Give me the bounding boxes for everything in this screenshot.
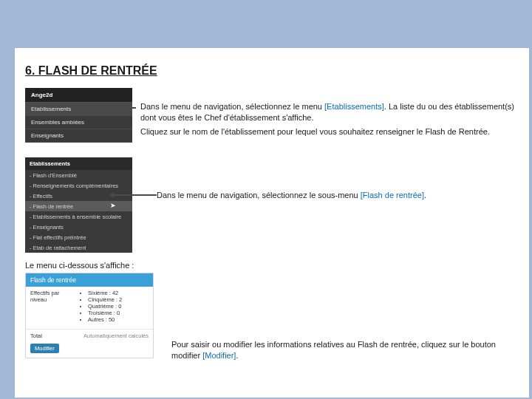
panel-bullets: Sixième : 42 Cinquième : 2 Quatrième : 0… bbox=[81, 290, 122, 323]
panel-footer: Total Automatiquement calculés bbox=[26, 329, 153, 342]
row-nav1: Ange2d Etablissements Ensembles ambiées … bbox=[25, 88, 514, 143]
nav-screenshot-1: Ange2d Etablissements Ensembles ambiées … bbox=[25, 88, 132, 143]
paragraph-4: Pour saisir ou modifier les informations… bbox=[171, 339, 514, 361]
bullet: Quatrième : 0 bbox=[88, 303, 122, 310]
panel-footer-actions: Modifier bbox=[26, 342, 153, 358]
arrow-icon bbox=[114, 194, 157, 196]
nav-sub-item: - Flat effectifs préintrée bbox=[25, 232, 132, 242]
panel-total-note: Automatiquement calculés bbox=[83, 332, 149, 339]
bullet: Autres : 50 bbox=[88, 316, 122, 323]
nav-item-ensembles: Ensembles ambiées bbox=[25, 116, 132, 129]
nav-sub-item-flash: - Flash de rentrée➤ bbox=[25, 201, 132, 211]
text: Dans le menu de navigation, sélectionnez… bbox=[157, 191, 361, 200]
cursor-icon: ➤ bbox=[110, 202, 116, 209]
panel-col-label: Effectifs par niveau bbox=[30, 290, 73, 323]
link-etablissements: [Etablissements] bbox=[324, 102, 384, 111]
link-modifier: [Modifier] bbox=[202, 351, 236, 360]
panel-header: Flash de rentrée bbox=[26, 273, 153, 287]
paragraph-3: Dans le menu de navigation, sélectionnez… bbox=[157, 190, 514, 201]
nav-sub-item: - Renseignements complémentaires bbox=[25, 180, 132, 191]
bullet: Troisième : 0 bbox=[88, 310, 122, 316]
paragraph-1: Dans le menu de navigation, sélectionnez… bbox=[140, 101, 514, 123]
text: Dans le menu de navigation, sélectionnez… bbox=[140, 102, 324, 111]
nav-sub-item: - Enseignants bbox=[25, 222, 132, 232]
panel-total-label: Total bbox=[30, 332, 42, 339]
text: Cliquez sur le nom de l'établissement po… bbox=[140, 127, 490, 136]
nav-brand: Ange2d bbox=[25, 88, 132, 103]
nav-sub-item: - Etab de rattachement bbox=[25, 242, 132, 253]
panel-body: Effectifs par niveau Sixième : 42 Cinqui… bbox=[26, 287, 153, 329]
nav-sub-item: - Etablissements à ensemble scolaire bbox=[25, 211, 132, 222]
arrow-icon bbox=[78, 107, 136, 109]
row-nav2: Etablissements - Flash d'Ensemblé - Rens… bbox=[25, 157, 514, 253]
nav-item-enseignants: Enseignants bbox=[25, 129, 132, 143]
text: . bbox=[236, 351, 238, 360]
modifier-button[interactable]: Modifier bbox=[30, 344, 59, 353]
text: . bbox=[424, 191, 426, 200]
bullet: Cinquième : 2 bbox=[88, 296, 122, 303]
nav-sub-item: - Flash d'Ensemblé bbox=[25, 170, 132, 180]
section-title: 6. FLASH DE RENTRÉE bbox=[25, 64, 514, 78]
paragraph-2: Cliquez sur le nom de l'établissement po… bbox=[140, 126, 514, 137]
nav-screenshot-2: Etablissements - Flash d'Ensemblé - Rens… bbox=[25, 157, 132, 253]
panel-flash-rentree: Flash de rentrée Effectifs par niveau Si… bbox=[25, 273, 154, 358]
nav-item-etablissements: Etablissements bbox=[25, 103, 132, 116]
bullet: Sixième : 42 bbox=[88, 290, 122, 296]
row3-label: Le menu ci-dessous s'affiche : bbox=[25, 260, 514, 271]
nav-sub-item: - Effectifs bbox=[25, 191, 132, 201]
nav-sub-header: Etablissements bbox=[25, 157, 132, 170]
document-page: 6. FLASH DE RENTRÉE Ange2d Etablissement… bbox=[15, 48, 529, 398]
text: - Flash de rentrée bbox=[30, 203, 73, 210]
row-panel: Flash de rentrée Effectifs par niveau Si… bbox=[25, 273, 514, 358]
link-flash-rentree: [Flash de rentrée] bbox=[361, 191, 424, 200]
